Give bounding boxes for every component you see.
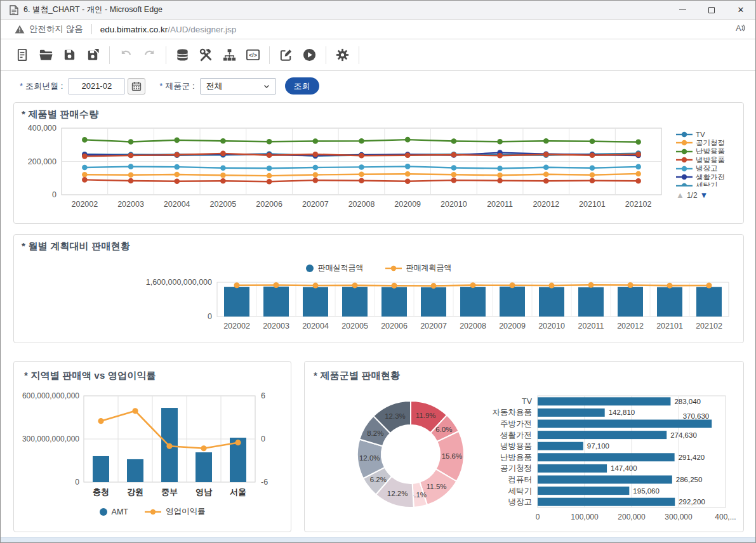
save-button[interactable] <box>58 43 81 67</box>
svg-text:0: 0 <box>261 435 265 443</box>
svg-text:400,000: 400,000 <box>28 124 56 133</box>
series-marker <box>676 157 693 163</box>
svg-text:202010: 202010 <box>441 200 467 209</box>
svg-text:600,000,000,000: 600,000,000,000 <box>22 391 79 400</box>
svg-text:202012: 202012 <box>617 322 644 330</box>
settings-button[interactable] <box>331 43 354 67</box>
svg-text:냉장고: 냉장고 <box>508 497 533 506</box>
sitemap-icon <box>222 48 237 62</box>
sitemap-button[interactable] <box>218 43 241 67</box>
svg-text:202002: 202002 <box>223 322 250 330</box>
undo-button[interactable] <box>114 43 138 67</box>
svg-text:202007: 202007 <box>302 200 329 209</box>
toolbar-separator <box>269 46 270 64</box>
svg-text:202003: 202003 <box>117 200 144 209</box>
svg-text:202007: 202007 <box>420 322 447 330</box>
legend-item-amt[interactable]: AMT <box>100 506 128 517</box>
read-aloud-icon[interactable]: A <box>734 23 745 36</box>
rate-marker <box>145 509 161 515</box>
svg-text:</>: </> <box>249 52 256 58</box>
warning-icon <box>15 25 25 34</box>
toolbar-separator <box>109 46 110 64</box>
date-input[interactable] <box>68 78 125 95</box>
svg-text:-6: -6 <box>261 478 268 487</box>
svg-text:냉방용품: 냉방용품 <box>500 442 532 450</box>
legend-item-세탁기[interactable]: 세탁기 <box>676 181 742 186</box>
svg-text:충청: 충청 <box>93 487 109 497</box>
edit-button[interactable] <box>274 43 298 67</box>
svg-text:공기청정: 공기청정 <box>500 464 532 473</box>
legend-item-냉장고[interactable]: 냉장고 <box>676 164 742 173</box>
database-button[interactable] <box>171 43 194 67</box>
date-filter-label: 조회년월 : <box>25 81 63 92</box>
svg-text:147,400: 147,400 <box>611 464 637 472</box>
tools-button[interactable] <box>194 43 218 67</box>
svg-text:202101: 202101 <box>579 200 606 209</box>
code-editor-icon: </> <box>246 48 260 62</box>
svg-text:컴퓨터: 컴퓨터 <box>508 475 533 484</box>
redo-button[interactable] <box>138 43 161 67</box>
product-select[interactable]: 전체 <box>200 78 276 95</box>
svg-text:283,040: 283,040 <box>674 398 701 405</box>
close-button[interactable]: ✕ <box>726 1 755 19</box>
legend-page-up-icon[interactable]: ▲ <box>676 190 684 200</box>
amt-label: AMT <box>112 507 128 516</box>
svg-text:300,000,000,000: 300,000,000,000 <box>22 435 79 443</box>
minimize-button[interactable] <box>668 1 697 19</box>
svg-text:12.0%: 12.0% <box>359 454 380 462</box>
toolbar-separator <box>166 46 166 64</box>
save-all-icon <box>86 48 100 62</box>
search-button[interactable]: 조회 <box>285 77 319 95</box>
svg-text:274,630: 274,630 <box>670 431 697 439</box>
series-marker <box>676 148 693 155</box>
save-icon <box>62 48 77 62</box>
svg-text:300,000: 300,000 <box>665 513 693 521</box>
svg-text:6.0%: 6.0% <box>435 426 452 433</box>
open-folder-button[interactable] <box>34 43 58 67</box>
settings-icon <box>335 48 350 62</box>
legend-item-rate[interactable]: 영업이익률 <box>145 506 206 517</box>
amt-marker <box>100 508 107 516</box>
run-button[interactable] <box>298 43 321 67</box>
svg-text:0: 0 <box>75 478 79 487</box>
horizontal-scrollbar[interactable] <box>1 537 755 542</box>
legend-page-down-icon[interactable]: ▼ <box>700 190 708 200</box>
svg-text:TV: TV <box>522 397 533 406</box>
svg-text:370,630: 370,630 <box>683 412 710 420</box>
series-marker <box>676 174 693 180</box>
svg-text:202008: 202008 <box>348 200 375 209</box>
new-document-button[interactable] <box>11 43 34 67</box>
svg-text:중부: 중부 <box>161 487 178 497</box>
svg-text:202102: 202102 <box>625 200 652 209</box>
legend-item-TV[interactable]: TV <box>676 130 742 139</box>
svg-text:8.2%: 8.2% <box>367 429 383 437</box>
designer-toolbar: </> <box>1 39 755 71</box>
svg-text:A: A <box>736 23 741 33</box>
legend-item-난방용품[interactable]: 난방용품 <box>676 147 742 156</box>
tools-icon <box>199 48 213 62</box>
svg-text:291,420: 291,420 <box>679 454 705 461</box>
panel-product-quantity: * 제품별 판매수량 0200,000400,00020200220200320… <box>13 102 744 224</box>
svg-text:202102: 202102 <box>696 322 722 330</box>
maximize-button[interactable] <box>697 1 726 19</box>
database-icon <box>175 48 190 62</box>
address-bar[interactable]: 안전하지 않음 edu.bimatrix.co.kr/AUD/designer.… <box>1 20 755 39</box>
toolbar-separator <box>359 46 359 64</box>
legend-page-indicator: 1/2 <box>687 191 698 200</box>
security-badge[interactable]: 안전하지 않음 <box>15 23 83 35</box>
legend-item-공기청정[interactable]: 공기청정 <box>676 139 742 148</box>
panel-monthly-plan: * 월별 계획대비 판매현황 판매실적금액 판매계획금액 01,600,000,… <box>13 234 744 343</box>
chevron-down-icon <box>263 82 270 90</box>
svg-text:세탁기: 세탁기 <box>508 487 533 495</box>
browser-window: 6. 별첨_CHART - 개인 - Microsoft Edge ✕ 안전하지… <box>0 0 756 543</box>
undo-icon <box>119 48 133 62</box>
code-editor-button[interactable]: </> <box>241 43 265 67</box>
series-marker <box>676 140 693 146</box>
svg-text:202101: 202101 <box>656 322 683 330</box>
svg-text:0: 0 <box>52 190 56 199</box>
calendar-button[interactable] <box>128 78 145 95</box>
svg-text:292,200: 292,200 <box>679 498 705 506</box>
legend-item-냉방용품[interactable]: 냉방용품 <box>676 156 742 165</box>
save-all-button[interactable] <box>81 43 105 67</box>
legend-item-생활가전[interactable]: 생활가전 <box>676 173 742 182</box>
